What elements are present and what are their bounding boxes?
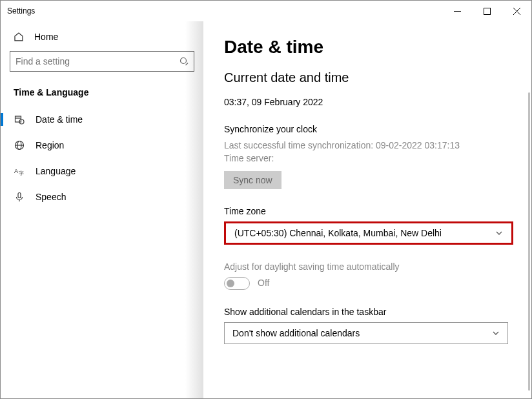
language-icon: A字	[14, 166, 25, 176]
sidebar-item-date-time[interactable]: Date & time	[1, 107, 203, 132]
sync-last-success: Last successful time synchronization: 09…	[224, 139, 513, 152]
sync-server: Time server:	[224, 152, 513, 165]
calendar-clock-icon	[14, 114, 25, 125]
calendars-dropdown[interactable]: Don't show additional calendars	[224, 322, 508, 344]
sidebar-item-speech[interactable]: Speech	[1, 184, 203, 210]
main-content: Date & time Current date and time 03:37,…	[203, 21, 531, 399]
microphone-icon	[14, 192, 25, 202]
minimize-button[interactable]	[442, 1, 472, 21]
scrollbar[interactable]	[528, 92, 530, 391]
svg-line-5	[186, 63, 189, 66]
chevron-down-icon	[495, 229, 503, 237]
dst-value: Off	[258, 277, 269, 290]
timezone-highlight: (UTC+05:30) Chennai, Kolkata, Mumbai, Ne…	[224, 221, 513, 245]
svg-rect-14	[18, 193, 21, 198]
search-input[interactable]	[15, 56, 179, 66]
chevron-down-icon	[492, 329, 500, 337]
sidebar-item-language[interactable]: A字 Language	[1, 158, 203, 184]
search-icon	[179, 57, 189, 66]
window-title: Settings	[7, 6, 35, 15]
sync-heading: Synchronize your clock	[224, 124, 513, 134]
sidebar-category: Time & Language	[1, 83, 203, 107]
sidebar-item-label: Language	[36, 166, 76, 176]
calendars-label: Show additional calendars in the taskbar	[224, 307, 513, 317]
timezone-value: (UTC+05:30) Chennai, Kolkata, Mumbai, Ne…	[234, 228, 442, 238]
svg-text:A: A	[14, 168, 18, 174]
timezone-dropdown[interactable]: (UTC+05:30) Chennai, Kolkata, Mumbai, Ne…	[227, 224, 511, 242]
sidebar-item-region[interactable]: Region	[1, 132, 203, 158]
close-button[interactable]	[502, 1, 531, 21]
dst-label: Adjust for daylight saving time automati…	[224, 261, 513, 272]
calendars-value: Don't show additional calendars	[232, 328, 360, 338]
page-title: Date & time	[224, 37, 513, 57]
home-label: Home	[34, 32, 58, 42]
sidebar: Home Time & Language Date & time Region	[1, 21, 203, 399]
svg-rect-1	[484, 8, 490, 14]
sync-now-button[interactable]: Sync now	[224, 171, 281, 189]
dst-toggle	[224, 277, 250, 290]
sidebar-item-label: Date & time	[36, 114, 83, 125]
svg-rect-6	[15, 116, 21, 122]
title-bar: Settings	[1, 1, 531, 21]
sidebar-item-label: Region	[36, 140, 64, 150]
timezone-label: Time zone	[224, 206, 513, 216]
home-nav[interactable]: Home	[1, 26, 203, 51]
svg-point-4	[181, 58, 187, 64]
search-input-wrap[interactable]	[10, 51, 194, 72]
window-controls	[442, 1, 531, 21]
maximize-button[interactable]	[472, 1, 502, 21]
toggle-knob	[227, 280, 234, 287]
globe-icon	[14, 140, 25, 150]
sidebar-item-label: Speech	[36, 192, 66, 202]
svg-text:字: 字	[19, 170, 24, 176]
section-subtitle: Current date and time	[224, 70, 513, 85]
home-icon	[14, 32, 24, 42]
current-datetime: 03:37, 09 February 2022	[224, 97, 513, 107]
